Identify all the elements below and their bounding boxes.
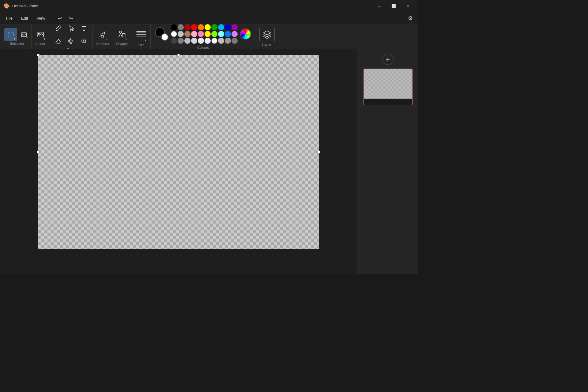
palette-row-3: [171, 38, 238, 44]
window-controls: — ⬜ ✕: [372, 1, 415, 11]
rectangular-select-icon: [7, 31, 14, 38]
color-orange[interactable]: [198, 24, 204, 30]
handle-top-center[interactable]: [177, 54, 180, 56]
selection-image-button[interactable]: ▼: [18, 29, 29, 40]
color-g9[interactable]: [225, 38, 231, 44]
close-button[interactable]: ✕: [401, 1, 415, 11]
fill-icon: [68, 25, 74, 32]
minimize-button[interactable]: —: [372, 1, 386, 11]
size-button[interactable]: ▼: [134, 27, 148, 43]
canvas-area[interactable]: [0, 49, 357, 274]
svg-point-3: [39, 33, 40, 34]
size-dropdown-arrow: ▼: [144, 39, 147, 42]
svg-point-7: [119, 31, 122, 33]
handle-middle-left[interactable]: [37, 151, 40, 153]
tools-grid: [52, 22, 90, 47]
color-yellow[interactable]: [205, 24, 211, 30]
size-label: Size: [138, 43, 144, 47]
canvas-wrapper: [38, 55, 319, 249]
colorpicker-button[interactable]: [65, 35, 77, 47]
selection-tools-row: ▼ ▼: [4, 28, 29, 41]
color-yellow-bright[interactable]: [205, 31, 211, 37]
image-dropdown-arrow: ▼: [43, 38, 46, 40]
color-sky[interactable]: [218, 31, 224, 37]
pencil-button[interactable]: [52, 22, 64, 34]
svg-rect-0: [8, 32, 13, 37]
color-g3[interactable]: [184, 38, 190, 44]
size-icon: [135, 30, 147, 39]
shapes-dropdown-arrow: ▼: [125, 38, 127, 41]
menu-view[interactable]: View: [33, 15, 49, 22]
rainbow-color-button[interactable]: ·: [240, 28, 251, 40]
layers-toolbar-button[interactable]: [259, 27, 275, 42]
color-dark-gray[interactable]: [178, 24, 184, 30]
color-g1[interactable]: [171, 38, 177, 44]
text-button[interactable]: [78, 22, 90, 34]
secondary-color-swatch[interactable]: [161, 33, 168, 41]
color-red[interactable]: [191, 24, 197, 30]
palette-row-1: [171, 24, 238, 30]
main-area: +: [0, 49, 418, 274]
color-palette: [171, 24, 238, 44]
add-layer-button[interactable]: +: [383, 54, 394, 65]
tools-group: Tools: [50, 24, 93, 49]
menu-edit[interactable]: Edit: [17, 15, 32, 22]
colors-main-row: ·: [155, 24, 251, 44]
color-lavender[interactable]: [232, 31, 238, 37]
color-cyan[interactable]: [218, 24, 224, 30]
selection-label: Selection: [10, 42, 24, 45]
text-icon: [81, 25, 87, 32]
color-dark-red[interactable]: [184, 24, 190, 30]
color-purple[interactable]: [232, 24, 238, 30]
settings-button[interactable]: ⚙: [405, 13, 416, 24]
brushes-button[interactable]: ▼: [96, 28, 109, 41]
color-pink[interactable]: [198, 31, 204, 37]
rainbow-dot: ·: [247, 35, 250, 38]
colors-section: · Colours: [151, 24, 255, 49]
colorpicker-icon: [68, 38, 74, 44]
handle-top-left[interactable]: [37, 54, 40, 56]
menu-file[interactable]: File: [2, 15, 16, 22]
color-g7[interactable]: [211, 38, 217, 44]
color-green[interactable]: [211, 24, 217, 30]
shapes-button[interactable]: ▼: [115, 28, 129, 41]
color-g10[interactable]: [232, 38, 238, 44]
window-title: Untitled - Paint: [12, 4, 370, 8]
brushes-dropdown-arrow: ▼: [106, 38, 108, 41]
color-black[interactable]: [171, 24, 177, 30]
color-g8[interactable]: [218, 38, 224, 44]
color-light-gray[interactable]: [178, 31, 184, 37]
brushes-icon: [98, 30, 107, 39]
app-icon: 🎨: [4, 3, 10, 9]
selection-rectangular-button[interactable]: ▼: [4, 28, 17, 41]
color-brown[interactable]: [184, 31, 190, 37]
color-pink-light[interactable]: [191, 31, 197, 37]
handle-middle-right[interactable]: [318, 151, 320, 153]
size-line-4: [136, 38, 146, 38]
shapes-icon: [118, 30, 126, 39]
layers-icon: [263, 30, 271, 39]
colours-label: Colours: [197, 46, 209, 49]
eraser-button[interactable]: [52, 35, 64, 47]
image-label: Image: [36, 42, 45, 45]
zoom-button[interactable]: [78, 35, 90, 47]
palette-row-2: [171, 31, 238, 37]
color-blue[interactable]: [225, 24, 231, 30]
zoom-icon: [81, 38, 87, 44]
brushes-label: Brushes: [96, 42, 109, 46]
image-button[interactable]: ▼: [34, 28, 47, 41]
color-lime[interactable]: [211, 31, 217, 37]
color-g6[interactable]: [205, 38, 211, 44]
color-g5[interactable]: [198, 38, 204, 44]
color-cornflower[interactable]: [225, 31, 231, 37]
color-swatches: [155, 27, 168, 41]
image-group: ▼ Image: [32, 24, 49, 49]
color-white[interactable]: [171, 31, 177, 37]
layer-thumbnail-1[interactable]: [364, 69, 413, 105]
main-canvas[interactable]: [38, 55, 319, 249]
color-g2[interactable]: [178, 38, 184, 44]
color-g4[interactable]: [191, 38, 197, 44]
maximize-button[interactable]: ⬜: [386, 1, 401, 11]
pencil-icon: [55, 25, 62, 32]
fill-button[interactable]: [65, 22, 77, 34]
